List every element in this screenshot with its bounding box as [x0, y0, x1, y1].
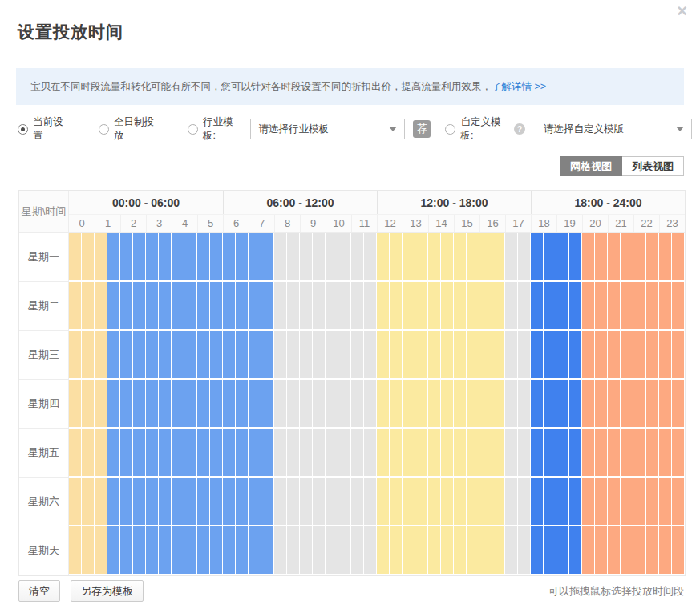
schedule-cell[interactable]: [210, 233, 222, 280]
schedule-cell[interactable]: [608, 526, 620, 574]
schedule-cell[interactable]: [364, 429, 376, 476]
schedule-cell[interactable]: [428, 380, 440, 427]
schedule-cell[interactable]: [454, 380, 466, 427]
schedule-cell[interactable]: [107, 478, 119, 525]
schedule-cell[interactable]: [377, 429, 389, 476]
schedule-cell[interactable]: [223, 526, 235, 574]
schedule-cell[interactable]: [197, 331, 209, 378]
schedule-cell[interactable]: [338, 233, 350, 280]
schedule-cell[interactable]: [672, 429, 684, 476]
schedule-cell[interactable]: [467, 233, 479, 280]
schedule-cell[interactable]: [415, 331, 427, 378]
schedule-cell[interactable]: [415, 478, 427, 525]
schedule-cell[interactable]: [390, 429, 402, 476]
schedule-cell[interactable]: [261, 526, 273, 574]
schedule-cell[interactable]: [351, 331, 363, 378]
schedule-cell[interactable]: [621, 331, 633, 378]
schedule-cell[interactable]: [364, 478, 376, 525]
schedule-cell[interactable]: [479, 478, 492, 525]
schedule-cell[interactable]: [428, 282, 440, 329]
schedule-cell[interactable]: [428, 331, 440, 378]
schedule-cell[interactable]: [582, 331, 594, 378]
schedule-cell[interactable]: [672, 282, 684, 329]
schedule-cell[interactable]: [107, 380, 119, 427]
schedule-cell[interactable]: [313, 282, 325, 329]
schedule-cell[interactable]: [364, 233, 376, 280]
schedule-cell[interactable]: [107, 331, 119, 378]
schedule-cell[interactable]: [531, 478, 543, 525]
schedule-cell[interactable]: [595, 380, 607, 427]
schedule-cell[interactable]: [479, 380, 492, 427]
schedule-cell[interactable]: [326, 478, 338, 525]
schedule-cell[interactable]: [595, 526, 607, 574]
schedule-cell[interactable]: [467, 429, 479, 476]
schedule-cell[interactable]: [236, 526, 248, 574]
schedule-cell[interactable]: [159, 331, 171, 378]
clear-button[interactable]: 清空: [18, 580, 60, 602]
schedule-cell[interactable]: [531, 331, 543, 378]
schedule-cell[interactable]: [518, 233, 530, 280]
schedule-cell[interactable]: [261, 380, 273, 427]
schedule-cell[interactable]: [326, 282, 338, 329]
schedule-cell[interactable]: [82, 331, 94, 378]
schedule-cell[interactable]: [595, 478, 607, 525]
schedule-cell[interactable]: [633, 478, 645, 525]
schedule-cell[interactable]: [69, 233, 81, 280]
schedule-cell[interactable]: [544, 331, 556, 378]
schedule-cell[interactable]: [492, 331, 504, 378]
schedule-cell[interactable]: [326, 380, 338, 427]
schedule-cell[interactable]: [505, 380, 517, 427]
schedule-cell[interactable]: [556, 282, 568, 329]
schedule-cell[interactable]: [505, 429, 517, 476]
schedule-cell[interactable]: [556, 380, 568, 427]
schedule-cell[interactable]: [633, 429, 645, 476]
schedule-cell[interactable]: [377, 331, 389, 378]
schedule-cell[interactable]: [492, 429, 504, 476]
schedule-cell[interactable]: [377, 478, 389, 525]
schedule-cell[interactable]: [556, 478, 568, 525]
schedule-cell[interactable]: [184, 380, 196, 427]
schedule-cell[interactable]: [197, 380, 209, 427]
schedule-cell[interactable]: [454, 526, 466, 574]
schedule-cell[interactable]: [69, 429, 81, 476]
schedule-cell[interactable]: [672, 526, 684, 574]
schedule-cell[interactable]: [287, 331, 299, 378]
schedule-cell[interactable]: [133, 380, 145, 427]
schedule-cell[interactable]: [659, 380, 671, 427]
schedule-cell[interactable]: [377, 380, 389, 427]
schedule-cell[interactable]: [159, 282, 171, 329]
schedule-cell[interactable]: [441, 478, 453, 525]
schedule-cell[interactable]: [146, 429, 158, 476]
schedule-cell[interactable]: [646, 526, 658, 574]
schedule-cell[interactable]: [95, 380, 107, 427]
schedule-cell[interactable]: [159, 233, 171, 280]
schedule-cell[interactable]: [441, 233, 453, 280]
schedule-cell[interactable]: [569, 282, 581, 329]
schedule-cell[interactable]: [377, 282, 389, 329]
schedule-cell[interactable]: [467, 478, 479, 525]
schedule-cell[interactable]: [120, 331, 132, 378]
list-view-button[interactable]: 列表视图: [622, 156, 684, 176]
schedule-cell[interactable]: [415, 233, 427, 280]
schedule-cell[interactable]: [582, 429, 594, 476]
schedule-cell[interactable]: [261, 429, 273, 476]
schedule-cell[interactable]: [236, 380, 248, 427]
schedule-cell[interactable]: [133, 478, 145, 525]
schedule-cell[interactable]: [95, 526, 107, 574]
schedule-cell[interactable]: [210, 331, 222, 378]
schedule-cell[interactable]: [556, 526, 568, 574]
schedule-cell[interactable]: [403, 331, 415, 378]
radio-current-settings[interactable]: 当前设置: [18, 115, 72, 143]
grid-view-button[interactable]: 网格视图: [560, 156, 622, 176]
schedule-cell[interactable]: [120, 478, 132, 525]
schedule-cell[interactable]: [338, 331, 350, 378]
schedule-cell[interactable]: [441, 429, 453, 476]
schedule-cell[interactable]: [403, 429, 415, 476]
schedule-cell[interactable]: [544, 380, 556, 427]
schedule-cell[interactable]: [621, 478, 633, 525]
schedule-cell[interactable]: [133, 282, 145, 329]
schedule-cell[interactable]: [338, 282, 350, 329]
schedule-cell[interactable]: [120, 233, 132, 280]
schedule-cell[interactable]: [287, 478, 299, 525]
schedule-cell[interactable]: [531, 429, 543, 476]
